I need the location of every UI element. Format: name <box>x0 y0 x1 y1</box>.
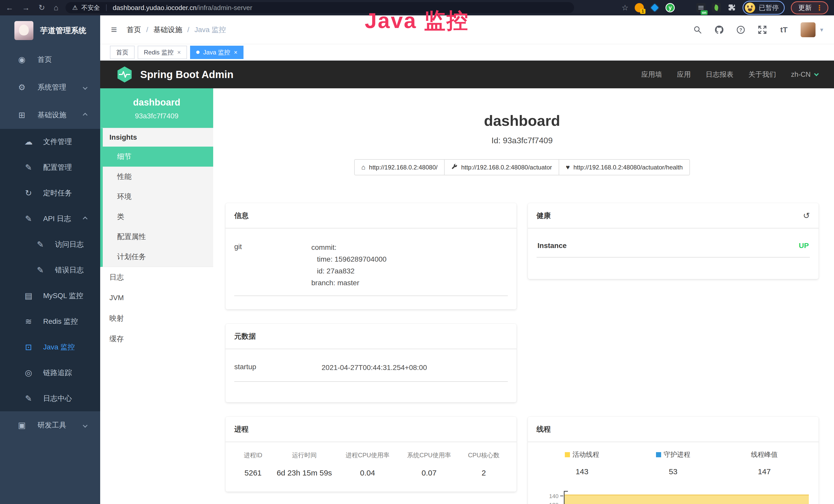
sidebar-item-api-log[interactable]: ✎ API 日志 <box>0 206 100 232</box>
sidebar-item-redis-monitor[interactable]: ≋ Redis 监控 <box>0 308 100 334</box>
tab-home[interactable]: 首页 <box>110 46 135 59</box>
info-row-git: git commit: time: 1596289704000 id: 27aa… <box>234 239 508 296</box>
tags-view-bar: 首页 Redis 监控 × Java 监控 × <box>100 44 834 61</box>
extension-icon-grid[interactable] <box>681 3 690 12</box>
bookmark-star-icon[interactable]: ☆ <box>621 4 629 12</box>
legend-swatch-blue <box>656 452 661 457</box>
user-avatar[interactable] <box>800 22 815 37</box>
tab-redis-monitor[interactable]: Redis 监控 × <box>138 46 187 59</box>
sba-locale-select[interactable]: zh-CN <box>791 71 818 78</box>
instance-content: dashboard Id: 93a3fc7f7409 ⌂ http://192.… <box>213 88 834 504</box>
process-value-cpus: 2 <box>460 468 507 477</box>
fullscreen-icon[interactable] <box>758 25 767 35</box>
layers-icon: ≋ <box>24 317 34 326</box>
git-id-line: id: 27aa832 <box>311 265 387 277</box>
sidebar-item-devtools[interactable]: ▣ 研发工具 <box>0 411 100 439</box>
sba-nav-journal[interactable]: 日志报表 <box>706 70 733 79</box>
instance-menu-jvm[interactable]: JVM <box>100 288 213 308</box>
extension-icon-leaf[interactable] <box>712 3 721 12</box>
browser-profile-chip[interactable]: 已暂停 <box>743 1 785 15</box>
home-icon[interactable]: ⌂ <box>54 4 58 12</box>
instance-menu-scheduled-tasks[interactable]: 计划任务 <box>103 247 213 267</box>
help-icon[interactable]: ? <box>736 25 746 35</box>
process-value-process-cpu: 0.04 <box>337 468 398 477</box>
extension-icon-pin[interactable] <box>650 3 659 12</box>
sidebar-item-java-monitor[interactable]: ⊡ Java 监控 <box>0 334 100 360</box>
cloud-upload-icon: ☁ <box>24 137 34 146</box>
history-icon[interactable]: ↺ <box>803 211 810 221</box>
extension-icon-switch[interactable]: on <box>696 3 706 12</box>
instance-menu-metrics[interactable]: 性能 <box>103 167 213 187</box>
threads-card-body: 活动线程 143 守护进程 53 线程峰值 147 <box>528 442 819 504</box>
spring-boot-admin-header: Spring Boot Admin 应用墙 应用 日志报表 关于我们 zh-CN <box>100 61 834 88</box>
reload-icon[interactable]: ↻ <box>39 4 45 12</box>
sidebar-item-label: 基础设施 <box>38 110 66 120</box>
instance-menu-classes[interactable]: 类 <box>103 207 213 227</box>
sidebar-item-home[interactable]: ◉ 首页 <box>0 46 100 73</box>
browser-update-button[interactable]: 更新 ⋮ <box>791 1 828 15</box>
instance-id: 93a3fc7f7409 <box>104 112 209 120</box>
instance-menu-details[interactable]: 细节 <box>100 146 213 167</box>
sidebar-item-label: 系统管理 <box>38 83 66 92</box>
main-column: ≡ 首页 / 基础设施 / Java 监控 ? tT <box>100 16 834 504</box>
sidebar-item-label: MySQL 监控 <box>43 291 83 301</box>
spring-boot-admin-logo[interactable] <box>116 66 133 83</box>
screen-icon: ⊡ <box>24 342 34 352</box>
url-path: /infra/admin-server <box>197 4 252 12</box>
instance-menu-mappings[interactable]: 映射 <box>100 308 213 329</box>
sba-nav-wallboard[interactable]: 应用墙 <box>641 70 662 79</box>
sidebar-item-label: 首页 <box>38 55 52 65</box>
kebab-menu-icon[interactable]: ⋮ <box>816 4 823 12</box>
health-row-instance[interactable]: Instance UP <box>536 239 810 257</box>
sidebar-item-trace[interactable]: ◎ 链路追踪 <box>0 360 100 386</box>
url-bar[interactable]: ⚠ 不安全 dashboard.yudao.iocoder.cn/infra/a… <box>66 2 574 13</box>
sba-nav-applications[interactable]: 应用 <box>677 70 691 79</box>
sidebar-item-log-center[interactable]: ✎ 日志中心 <box>0 386 100 411</box>
close-icon[interactable]: × <box>234 49 237 56</box>
instance-menu-caches[interactable]: 缓存 <box>100 329 213 349</box>
breadcrumb-home[interactable]: 首页 <box>127 25 141 35</box>
threads-legend: 活动线程 143 守护进程 53 线程峰值 147 <box>536 450 810 476</box>
breadcrumb-infra[interactable]: 基础设施 <box>153 25 182 35</box>
avatar-caret-icon[interactable]: ▾ <box>820 26 823 33</box>
process-card-body: 进程ID 运行时间 进程CPU使用率 系统CPU使用率 CPU核心数 5261 … <box>225 442 517 492</box>
process-card-header: 进程 <box>225 417 517 442</box>
instance-links: ⌂ http://192.168.0.2:48080/ http://192.1… <box>225 159 818 175</box>
sidebar-item-system[interactable]: ⚙ 系统管理 <box>0 73 100 101</box>
instance-menu-logging[interactable]: 日志 <box>100 267 213 288</box>
sidebar-item-cron-job[interactable]: ↻ 定时任务 <box>0 180 100 206</box>
sidebar-item-infra[interactable]: ⊞ 基础设施 <box>0 101 100 129</box>
sidebar-item-error-log[interactable]: ✎ 错误日志 <box>0 257 100 283</box>
extensions-puzzle-icon[interactable] <box>727 3 737 12</box>
forward-icon[interactable]: → <box>22 4 30 12</box>
service-url-button[interactable]: ⌂ http://192.168.0.2:48080/ <box>354 159 445 175</box>
spring-boot-admin-title[interactable]: Spring Boot Admin <box>140 69 234 81</box>
sidebar-item-file-manage[interactable]: ☁ 文件管理 <box>0 129 100 155</box>
card-title: 信息 <box>234 211 249 221</box>
instance-menu-configprops[interactable]: 配置属性 <box>103 227 213 247</box>
metadata-value: 2021-04-27T00:44:31.254+08:00 <box>322 362 427 373</box>
health-url-button[interactable]: ♥ http://192.168.0.2:48080/actuator/heal… <box>559 159 690 175</box>
active-tab-dot <box>196 51 200 54</box>
hamburger-icon[interactable]: ≡ <box>111 24 117 36</box>
instance-menu-env[interactable]: 环境 <box>103 187 213 207</box>
y-axis-cap <box>564 491 568 492</box>
sba-nav-about[interactable]: 关于我们 <box>748 70 776 79</box>
extension-icon-orange[interactable]: 1 <box>635 3 644 12</box>
search-icon[interactable] <box>693 25 702 35</box>
sidebar-item-mysql-monitor[interactable]: ▤ MySQL 监控 <box>0 283 100 308</box>
font-size-icon[interactable]: tT <box>779 25 789 35</box>
sidebar-item-config-manage[interactable]: ✎ 配置管理 <box>0 155 100 180</box>
status-badge-up: UP <box>799 242 809 250</box>
instance-header[interactable]: dashboard 93a3fc7f7409 <box>100 88 213 128</box>
y-tick-mark <box>560 496 563 496</box>
extension-icon-y[interactable]: y <box>665 3 675 12</box>
sidebar-item-label: 文件管理 <box>43 137 72 146</box>
sidebar-item-label: Java 监控 <box>43 342 75 352</box>
tab-java-monitor[interactable]: Java 监控 × <box>190 46 243 59</box>
close-icon[interactable]: × <box>177 49 181 56</box>
actuator-url-button[interactable]: http://192.168.0.2:48080/actuator <box>444 159 559 175</box>
github-icon[interactable] <box>714 25 724 35</box>
back-icon[interactable]: ← <box>6 4 13 12</box>
sidebar-item-access-log[interactable]: ✎ 访问日志 <box>0 232 100 257</box>
